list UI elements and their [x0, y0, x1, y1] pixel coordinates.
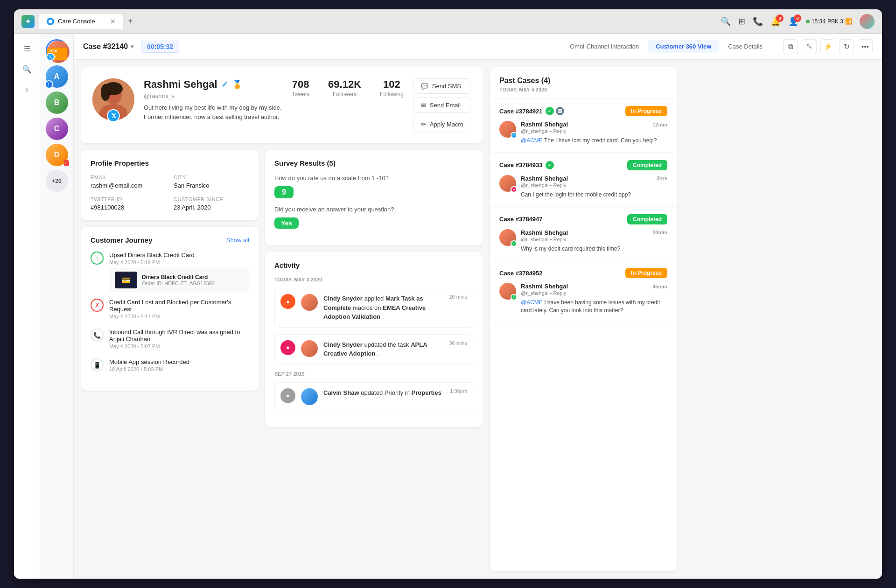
twitter-label: Twitter ID: [91, 196, 166, 202]
journey-item-1: ↑ Upsell Diners Black Credit Card May 4 …: [91, 252, 249, 292]
grid-icon[interactable]: ⊞: [738, 16, 745, 27]
profile-card: 𝕏 Rashmi Sehgal ✓ 🏅 @rashmi_s Out here l…: [81, 67, 483, 143]
active-conversation[interactable]: R 10m 32s 𝕏: [46, 39, 68, 62]
journey-icon-call: 📞: [91, 329, 104, 342]
case-2-body: ● Rashmi Shehgal 2hrs @r_shehgal • Reply…: [499, 175, 667, 199]
case-3-body: ✓ Rashmi Shehgal 20min @r_shehgal • Repl…: [499, 229, 667, 253]
conversation-3[interactable]: B: [46, 91, 68, 114]
case-2-id: Case #3784933 ✓: [499, 161, 554, 169]
activity-avatar-2: [301, 340, 318, 357]
case-2-status: Completed: [627, 160, 667, 170]
unread-badge: 3: [64, 160, 69, 166]
case-3-msg: Why is my debit card required this time?: [521, 245, 667, 253]
case-2-platform-badge: ●: [511, 186, 517, 193]
journey-title-3: Inbound Call through IVR Direct was assi…: [109, 329, 249, 343]
send-email-btn[interactable]: ✉ Send Email: [413, 98, 471, 113]
case-2-check-icon: ✓: [546, 161, 554, 169]
active-tab[interactable]: Care Console ✕: [39, 14, 123, 29]
survey-q1: How do you rate us on a scale from 1 -10…: [274, 175, 473, 182]
profile-name-row: Rashmi Sehgal ✓ 🏅: [144, 78, 282, 91]
survey-q2: Did you receive an answer to your questi…: [274, 206, 473, 213]
show-all-link[interactable]: Show all: [226, 237, 249, 244]
profile-info: Rashmi Sehgal ✓ 🏅 @rashmi_s Out here liv…: [144, 78, 282, 121]
new-tab-btn[interactable]: +: [128, 16, 133, 26]
browser-actions: 🔍 ⊞ 📞 🔔 8 👤 8 15:34 PBK 3 📶: [721, 14, 875, 29]
case-4-time: 45min: [652, 284, 667, 289]
conversation-4[interactable]: C: [46, 118, 68, 140]
journey-icon-mobile: 📱: [91, 358, 104, 371]
profile-properties-grid: Email rashmi@email.com City San Fransico…: [91, 175, 249, 211]
activity-avatar-3: [301, 388, 318, 405]
case-1-info: Rashmi Shehgal 12min @r_shehgal • Reply …: [521, 121, 667, 145]
refresh-icon-btn[interactable]: ↻: [839, 39, 854, 54]
tab-customer-360[interactable]: Customer 360 View: [648, 40, 719, 53]
user-notification-btn[interactable]: 👤 8: [788, 16, 798, 27]
phone-icon[interactable]: 📞: [753, 16, 763, 27]
more-icon-btn[interactable]: •••: [858, 39, 873, 54]
case-1-user: Rashmi Shehgal 12min: [521, 121, 667, 128]
copy-icon-btn[interactable]: ⧉: [783, 39, 798, 54]
survey-a2: Yes: [274, 217, 299, 229]
case-4-id: Case #3784952: [499, 270, 543, 277]
journey-title-4: Mobile App session Recorded: [109, 358, 249, 365]
past-cases-list: Case #3784921 ✓ 🖼 In Progress: [490, 98, 677, 571]
past-case-4[interactable]: Case #3784952 In Progress ✓ R: [490, 260, 677, 322]
wifi-icon: 📶: [845, 18, 852, 25]
activity-text-2: Cindy Snyder updated the task APLA Creat…: [323, 340, 443, 358]
case-dropdown-icon[interactable]: ▾: [131, 43, 133, 50]
tab-close-btn[interactable]: ✕: [110, 18, 116, 25]
case-2-avatar: ●: [499, 175, 516, 192]
conversation-5[interactable]: D 3: [46, 144, 68, 166]
send-sms-btn[interactable]: 💬 Send SMS: [413, 78, 471, 94]
customer-journey-card: Customer Journey Show all ↑ Upsell Diner…: [81, 227, 259, 391]
following-stat: 102 Following: [380, 78, 404, 98]
menu-icon-btn[interactable]: ☰: [18, 39, 36, 58]
case-1-time: 12min: [652, 122, 667, 127]
status-time: 15:34: [812, 18, 826, 25]
followers-label: Followers: [333, 91, 357, 98]
past-cases-title: Past Cases (4): [499, 77, 667, 85]
case-2-user: Rashmi Shehgal 2hrs: [521, 175, 667, 182]
app-layout: ☰ 🔍 › R 10m 32s 𝕏 A f B C D: [14, 34, 882, 579]
case-1-status: In Progress: [625, 106, 667, 116]
past-cases-date: TODAY, MAY 4 2023: [499, 87, 667, 92]
journey-item-3: 📞 Inbound Call through IVR Direct was as…: [91, 329, 249, 352]
case-1-icons: ✓ 🖼: [546, 107, 564, 115]
user-avatar[interactable]: [860, 14, 875, 29]
conversation-2[interactable]: A f: [46, 65, 68, 88]
tab-case-details[interactable]: Case Details: [721, 40, 770, 53]
lightning-icon-btn[interactable]: ⚡: [820, 39, 835, 54]
journey-content-1: Upsell Diners Black Credit Card May 4 20…: [109, 252, 249, 292]
apply-macro-btn[interactable]: ✏ Apply Macro: [413, 117, 471, 132]
more-conversations-btn[interactable]: +20: [46, 170, 68, 192]
email-prop: Email rashmi@email.com: [91, 175, 166, 189]
since-label: Customer Since: [174, 196, 249, 202]
case-2-header: Case #3784933 ✓ Completed: [499, 160, 667, 170]
search-sidebar-btn[interactable]: 🔍: [18, 60, 36, 78]
twitter-badge: 𝕏: [107, 109, 120, 122]
journey-title-2: Credit Card Lost and Blocked per Custome…: [109, 299, 249, 313]
search-icon[interactable]: 🔍: [721, 16, 731, 27]
tab-title: Care Console: [58, 18, 95, 25]
two-cols: Profile Properties Email rashmi@email.co…: [81, 150, 483, 427]
profile-avatar-wrap: 𝕏: [92, 78, 134, 120]
email-value: rashmi@email.com: [91, 182, 166, 189]
card-sub: Order ID: HDFC-ZT_AGS12390: [142, 280, 215, 286]
past-case-2[interactable]: Case #3784933 ✓ Completed ●: [490, 153, 677, 207]
tab-omni-channel[interactable]: Omni-Channel Interaction: [562, 40, 646, 53]
journey-item-2: ✗ Credit Card Lost and Blocked per Custo…: [91, 299, 249, 322]
past-case-1[interactable]: Case #3784921 ✓ 🖼 In Progress: [490, 98, 677, 153]
past-case-3[interactable]: Case #3784947 Completed ✓ Ras: [490, 207, 677, 261]
activity-item-3: ● Calvin Shaw updated Priority in Proper…: [274, 382, 473, 411]
edit-icon-btn[interactable]: ✎: [802, 39, 817, 54]
activity-date-2: SEP 27 2019: [274, 371, 473, 377]
case-2-handle: @r_shehgal • Reply: [521, 182, 667, 188]
notification-btn[interactable]: 🔔 8: [770, 16, 781, 27]
tabs-group: Omni-Channel Interaction Customer 360 Vi…: [562, 40, 770, 53]
journey-icon-upsell: ↑: [91, 252, 104, 265]
expand-btn[interactable]: ›: [18, 80, 36, 99]
case-number-label: Case #32140: [83, 42, 128, 51]
activity-time-3: 1:36pm: [450, 388, 467, 394]
twitter-prop: Twitter ID #981100028: [91, 196, 166, 211]
journey-time-1: May 4 2020 • 5:19 PM: [109, 259, 249, 265]
